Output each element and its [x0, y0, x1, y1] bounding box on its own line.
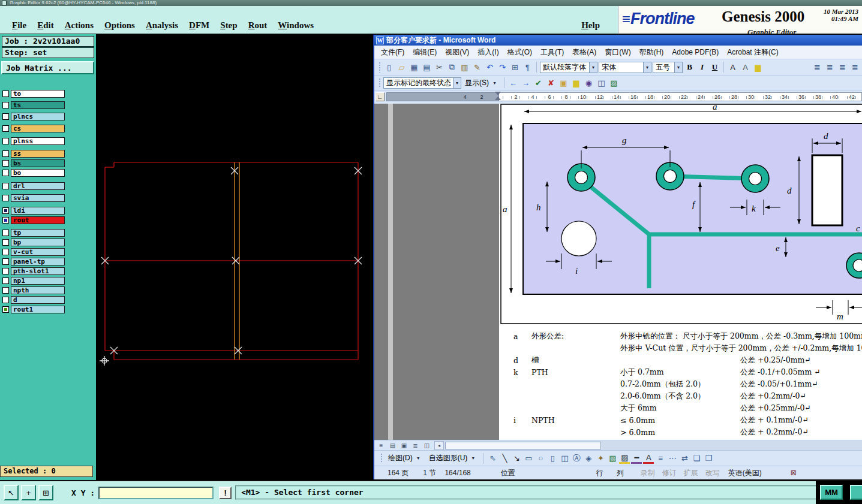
word-menu-item[interactable]: Acrobat 注释(C): [723, 46, 782, 59]
layer-row[interactable]: plnss: [2, 137, 96, 146]
reject-change-icon[interactable]: ✘: [545, 77, 557, 89]
highlight-icon[interactable]: ▆: [752, 62, 764, 73]
align-left-icon[interactable]: ≣: [812, 62, 823, 73]
genesis-menu-item[interactable]: DFM: [189, 20, 209, 31]
alert-toggle-button[interactable]: !: [219, 487, 232, 499]
first-line-indent-icon[interactable]: [495, 92, 501, 95]
layer-row[interactable]: ldi: [2, 206, 96, 215]
layer-checkbox[interactable]: [2, 160, 9, 167]
insert-table-icon[interactable]: ⊞: [509, 62, 521, 73]
layer-label[interactable]: ldi: [11, 207, 65, 215]
reading-layout-icon[interactable]: ◫: [422, 441, 432, 450]
line-style-icon[interactable]: ≡: [655, 453, 666, 464]
select-objects-icon[interactable]: ⇖: [487, 453, 498, 464]
layer-row[interactable]: np1: [2, 276, 96, 285]
layer-label[interactable]: ts: [11, 101, 65, 109]
layer-label[interactable]: d: [11, 296, 65, 304]
layer-row[interactable]: npth: [2, 286, 96, 295]
layer-checkbox[interactable]: [2, 90, 9, 97]
align-right-icon[interactable]: ≣: [837, 62, 848, 73]
format-painter-icon[interactable]: ✎: [471, 62, 483, 73]
mode-indicator[interactable]: 录制: [641, 468, 655, 478]
grid-toggle-button[interactable]: ⊞: [38, 485, 53, 500]
layer-row[interactable]: svia: [2, 194, 96, 203]
layer-label[interactable]: to: [11, 90, 65, 98]
layer-checkbox[interactable]: [2, 230, 9, 236]
layer-row[interactable]: drl: [2, 182, 96, 191]
arrow-icon[interactable]: ↘: [511, 453, 522, 464]
previous-change-icon[interactable]: ←: [507, 77, 519, 89]
layer-row[interactable]: bo: [2, 168, 96, 177]
save-icon[interactable]: ▦: [409, 62, 420, 73]
highlighter-icon[interactable]: ▆: [570, 77, 582, 89]
dash-style-icon[interactable]: ⋯: [667, 453, 678, 464]
layer-label[interactable]: tp: [11, 229, 65, 237]
layer-row[interactable]: tp: [2, 228, 96, 237]
bold-button[interactable]: B: [684, 62, 695, 73]
layer-label[interactable]: pth-slot1: [11, 267, 65, 275]
layer-checkbox[interactable]: [2, 277, 9, 284]
layer-checkbox[interactable]: [2, 207, 9, 214]
word-titlebar[interactable]: W 部分客户要求新 - Microsoft Word: [374, 35, 862, 46]
layer-label[interactable]: npth: [11, 286, 65, 294]
select-tool-button[interactable]: ↖: [4, 485, 19, 500]
genesis-menu-item[interactable]: Step: [220, 20, 237, 31]
genesis-menu-item[interactable]: Edit: [37, 20, 54, 31]
insert-comment-icon[interactable]: ▣: [558, 77, 569, 89]
layer-label[interactable]: v-cut: [11, 248, 65, 256]
toolbar-grip[interactable]: [379, 62, 381, 73]
layer-checkbox[interactable]: [2, 297, 9, 303]
word-menu-item[interactable]: 帮助(H): [635, 46, 668, 59]
layer-label[interactable]: rout: [11, 216, 65, 224]
layer-label[interactable]: drl: [11, 182, 65, 190]
layer-row[interactable]: ts: [2, 101, 96, 110]
job-matrix-button[interactable]: Job Matrix ...: [1, 61, 94, 74]
xy-input[interactable]: [98, 487, 214, 499]
3d-style-icon[interactable]: ❒: [703, 453, 714, 464]
new-document-icon[interactable]: ▯: [383, 62, 395, 73]
layer-row[interactable]: ss: [2, 149, 96, 158]
picture-icon[interactable]: ▧: [607, 453, 618, 464]
rectangle-icon[interactable]: ▭: [523, 453, 534, 464]
horizontal-scrollbar[interactable]: [444, 441, 862, 450]
reviewing-pane-icon[interactable]: ◫: [596, 77, 607, 89]
genesis-menu-item[interactable]: Analysis: [146, 20, 178, 31]
outline-view-icon[interactable]: ≣: [410, 441, 421, 450]
layer-checkbox[interactable]: [2, 287, 9, 294]
crosshair-tool-button[interactable]: +: [21, 485, 36, 500]
fill-color-icon[interactable]: ▨: [619, 453, 630, 464]
layer-label[interactable]: bp: [11, 239, 65, 246]
mode-indicator[interactable]: 扩展: [684, 468, 698, 478]
normal-view-icon[interactable]: ≡: [376, 441, 386, 450]
genesis-menu-item[interactable]: Actions: [65, 20, 94, 31]
layer-checkbox[interactable]: [2, 306, 9, 313]
layer-row[interactable]: rout1: [2, 305, 96, 314]
autoshapes-menu-button[interactable]: 自选图形(U)▾: [427, 452, 480, 464]
word-menu-item[interactable]: 窗口(W): [600, 46, 635, 59]
layer-checkbox[interactable]: [2, 258, 9, 265]
layer-row[interactable]: v-cut: [2, 248, 96, 256]
next-change-icon[interactable]: →: [520, 77, 531, 89]
char-shading-icon[interactable]: A: [740, 62, 751, 73]
arrow-style-icon[interactable]: ⇄: [679, 453, 690, 464]
font-combo[interactable]: 宋体▾: [599, 62, 651, 73]
draw-menu-button[interactable]: 绘图(D)▾: [386, 452, 425, 464]
style-combo[interactable]: 默认段落字体▾: [540, 62, 597, 73]
layer-checkbox[interactable]: [2, 125, 9, 132]
word-menu-item[interactable]: Adobe PDF(B): [668, 46, 723, 58]
accept-change-icon[interactable]: ✔: [533, 77, 544, 89]
display-state-combo[interactable]: 显示标记的最终状态▾: [383, 77, 461, 89]
genesis-menu-item[interactable]: Options: [104, 20, 135, 31]
word-menu-item[interactable]: 文件(F): [377, 46, 409, 59]
layer-label[interactable]: ss: [11, 150, 65, 158]
hanging-indent-icon[interactable]: [495, 96, 501, 100]
wordart-icon[interactable]: Ⓐ: [571, 453, 582, 464]
genesis-menu-item[interactable]: File: [12, 20, 26, 31]
scrollbar-thumb[interactable]: [445, 442, 601, 449]
units-button[interactable]: MM: [820, 485, 843, 500]
layer-checkbox[interactable]: [2, 195, 9, 201]
copy-icon[interactable]: ⧉: [446, 62, 458, 73]
word-menu-item[interactable]: 插入(I): [473, 46, 503, 59]
layer-row[interactable]: d: [2, 295, 96, 304]
word-menu-item[interactable]: 格式(O): [503, 46, 536, 59]
